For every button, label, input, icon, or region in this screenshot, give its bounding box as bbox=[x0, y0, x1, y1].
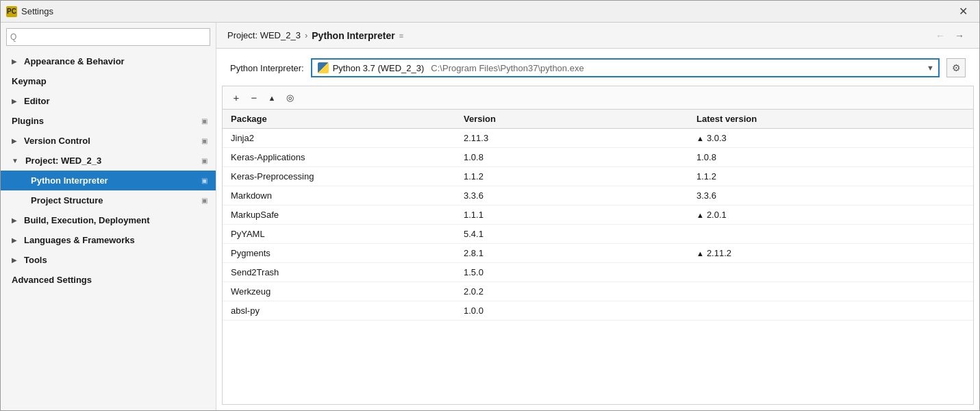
titlebar: PC Settings ✕ bbox=[1, 1, 979, 23]
package-version: 3.3.6 bbox=[455, 186, 688, 206]
package-version: 1.1.2 bbox=[455, 167, 688, 186]
sidebar-item-project-structure[interactable]: Project Structure ▣ bbox=[1, 190, 216, 210]
project-structure-settings-icon: ▣ bbox=[201, 197, 208, 204]
project-settings-icon: ▣ bbox=[201, 157, 208, 164]
search-icon: Q bbox=[10, 32, 16, 42]
breadcrumb-project: Project: WED_2_3 bbox=[227, 30, 301, 40]
sidebar-item-label: Plugins bbox=[12, 116, 44, 126]
search-box: Q bbox=[6, 28, 210, 46]
table-row[interactable]: MarkupSafe1.1.1▲2.0.1 bbox=[223, 206, 973, 225]
refresh-button[interactable]: ◎ bbox=[281, 90, 298, 106]
upgrade-arrow-icon: ▲ bbox=[696, 211, 704, 219]
packages-toolbar: + − ▲ ◎ bbox=[223, 86, 973, 110]
sidebar-item-label: Project: WED_2_3 bbox=[25, 155, 101, 166]
version-control-settings-icon: ▣ bbox=[201, 137, 208, 145]
col-version: Version bbox=[455, 110, 688, 129]
sidebar-item-label: Version Control bbox=[24, 136, 90, 146]
table-header: Package Version Latest version bbox=[223, 110, 973, 129]
add-package-button[interactable]: + bbox=[228, 90, 244, 106]
package-name: Keras-Applications bbox=[223, 148, 455, 167]
package-name: Keras-Preprocessing bbox=[223, 167, 455, 186]
table-row[interactable]: Pygments2.8.1▲2.11.2 bbox=[223, 244, 973, 263]
package-version: 2.11.3 bbox=[455, 129, 688, 148]
breadcrumb-settings-icon[interactable]: ≡ bbox=[399, 32, 403, 40]
breadcrumb: Project: WED_2_3 › Python Interpreter ≡ bbox=[227, 30, 931, 41]
table-row[interactable]: absl-py1.0.0 bbox=[223, 301, 973, 321]
interpreter-display-text: Python 3.7 (WED_2_3) bbox=[333, 63, 425, 73]
package-version: 1.1.1 bbox=[455, 206, 688, 225]
header-bar: Project: WED_2_3 › Python Interpreter ≡ … bbox=[216, 23, 979, 49]
package-name: Send2Trash bbox=[223, 263, 455, 282]
interpreter-row: Python Interpreter: Python 3.7 (WED_2_3)… bbox=[216, 49, 979, 86]
sidebar-item-project[interactable]: ▼ Project: WED_2_3 ▣ bbox=[1, 151, 216, 171]
package-latest-version: ▲3.0.3 bbox=[688, 129, 973, 148]
package-name: Markdown bbox=[223, 186, 455, 206]
main-content: Q ▶ Appearance & Behavior Keymap bbox=[1, 23, 979, 410]
window-title: Settings bbox=[21, 6, 952, 16]
package-version: 1.0.0 bbox=[455, 301, 688, 321]
gear-icon: ⚙ bbox=[952, 62, 961, 73]
interpreter-gear-button[interactable]: ⚙ bbox=[946, 58, 966, 77]
nav-forward-button[interactable]: → bbox=[951, 27, 968, 44]
sidebar-item-label: Advanced Settings bbox=[12, 275, 92, 285]
packages-table: Package Version Latest version Jinja22.1… bbox=[223, 110, 973, 321]
chevron-icon: ▶ bbox=[12, 58, 17, 65]
package-name: absl-py bbox=[223, 301, 455, 321]
package-name: PyYAML bbox=[223, 225, 455, 244]
breadcrumb-separator: › bbox=[305, 30, 307, 40]
sidebar-item-build[interactable]: ▶ Build, Execution, Deployment bbox=[1, 210, 216, 230]
table-row[interactable]: Send2Trash1.5.0 bbox=[223, 263, 973, 282]
python-interp-settings-icon: ▣ bbox=[201, 177, 208, 184]
sidebar-item-plugins[interactable]: Plugins ▣ bbox=[1, 111, 216, 131]
interpreter-label: Python Interpreter: bbox=[230, 63, 304, 73]
table-row[interactable]: PyYAML5.4.1 bbox=[223, 225, 973, 244]
interpreter-path: C:\Program Files\Python37\python.exe bbox=[431, 63, 583, 73]
package-latest-version: 1.0.8 bbox=[688, 148, 973, 167]
package-version: 1.0.8 bbox=[455, 148, 688, 167]
package-version: 2.8.1 bbox=[455, 244, 688, 263]
close-button[interactable]: ✕ bbox=[952, 1, 974, 23]
package-latest-version: ▲2.0.1 bbox=[688, 206, 973, 225]
sidebar-item-version-control[interactable]: ▶ Version Control ▣ bbox=[1, 131, 216, 151]
dropdown-chevron-icon: ▼ bbox=[927, 64, 934, 72]
sidebar-item-advanced[interactable]: Advanced Settings bbox=[1, 270, 216, 290]
sidebar-item-label: Languages & Frameworks bbox=[24, 235, 135, 245]
plugins-settings-icon: ▣ bbox=[201, 117, 208, 125]
package-latest-version: ▲2.11.2 bbox=[688, 244, 973, 263]
interpreter-dropdown[interactable]: Python 3.7 (WED_2_3) C:\Program Files\Py… bbox=[311, 58, 940, 77]
sidebar: Q ▶ Appearance & Behavior Keymap bbox=[1, 23, 216, 410]
sidebar-item-label: Project Structure bbox=[31, 195, 103, 206]
package-name: MarkupSafe bbox=[223, 206, 455, 225]
packages-tbody: Jinja22.11.3▲3.0.3Keras-Applications1.0.… bbox=[223, 129, 973, 321]
chevron-icon: ▶ bbox=[12, 216, 17, 224]
main-panel: Project: WED_2_3 › Python Interpreter ≡ … bbox=[216, 23, 979, 410]
nav-back-button[interactable]: ← bbox=[931, 27, 949, 44]
upgrade-arrow-icon: ▲ bbox=[696, 134, 704, 142]
remove-package-button[interactable]: − bbox=[246, 90, 262, 106]
sidebar-item-keymap[interactable]: Keymap bbox=[1, 71, 216, 91]
table-row[interactable]: Keras-Preprocessing1.1.21.1.2 bbox=[223, 167, 973, 186]
interpreter-select-wrap: Python 3.7 (WED_2_3) C:\Program Files\Py… bbox=[311, 58, 940, 77]
package-latest-version bbox=[688, 282, 973, 301]
sidebar-item-python-interpreter[interactable]: Python Interpreter ▣ bbox=[1, 171, 216, 190]
table-row[interactable]: Werkzeug2.0.2 bbox=[223, 282, 973, 301]
package-latest-version: 1.1.2 bbox=[688, 167, 973, 186]
package-name: Werkzeug bbox=[223, 282, 455, 301]
sidebar-item-editor[interactable]: ▶ Editor bbox=[1, 91, 216, 111]
table-row[interactable]: Jinja22.11.3▲3.0.3 bbox=[223, 129, 973, 148]
package-latest-version: 3.3.6 bbox=[688, 186, 973, 206]
col-package: Package bbox=[223, 110, 455, 129]
chevron-icon: ▶ bbox=[12, 97, 17, 105]
packages-table-wrap[interactable]: Package Version Latest version Jinja22.1… bbox=[223, 110, 973, 404]
package-latest-version bbox=[688, 225, 973, 244]
table-row[interactable]: Keras-Applications1.0.81.0.8 bbox=[223, 148, 973, 167]
search-input[interactable] bbox=[6, 28, 210, 46]
package-version: 5.4.1 bbox=[455, 225, 688, 244]
package-latest-version bbox=[688, 301, 973, 321]
table-row[interactable]: Markdown3.3.63.3.6 bbox=[223, 186, 973, 206]
sidebar-item-languages[interactable]: ▶ Languages & Frameworks bbox=[1, 230, 216, 250]
chevron-icon: ▶ bbox=[12, 256, 17, 264]
sidebar-item-tools[interactable]: ▶ Tools bbox=[1, 250, 216, 270]
sidebar-item-appearance[interactable]: ▶ Appearance & Behavior bbox=[1, 51, 216, 71]
up-button[interactable]: ▲ bbox=[264, 90, 280, 106]
